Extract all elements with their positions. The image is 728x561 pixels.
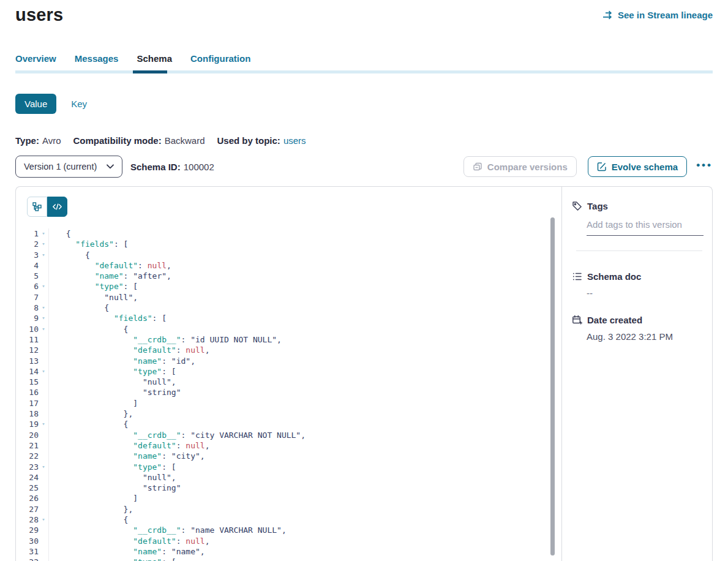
tab-configuration[interactable]: Configuration [190, 53, 250, 64]
line-number: 10 [16, 324, 39, 334]
line-number: 1 [16, 228, 39, 239]
tab-overview[interactable]: Overview [15, 53, 56, 64]
line-number: 7 [16, 292, 39, 303]
line-number: 18 [16, 409, 39, 419]
code-line: 7 "null", [16, 292, 561, 303]
evolve-schema-button[interactable]: Evolve schema [588, 156, 687, 177]
tree-view-icon [32, 201, 42, 212]
code-text: }, [49, 409, 133, 419]
code-line: 27 }, [16, 504, 561, 514]
code-view-icon [52, 201, 62, 212]
code-line: 12 "default": null, [16, 345, 561, 355]
code-text: "type": [ [49, 366, 176, 377]
fold-toggle-icon[interactable]: ▾ [39, 324, 48, 334]
fold-toggle-icon[interactable]: ▾ [39, 313, 48, 323]
line-number: 25 [16, 483, 39, 493]
schema-id: Schema ID: 100002 [130, 162, 214, 172]
stream-lineage-link[interactable]: See in Stream lineage [602, 10, 713, 20]
line-number: 32 [16, 557, 39, 561]
code-line: 18 }, [16, 409, 561, 419]
fold-toggle-icon[interactable]: ▾ [39, 557, 48, 561]
tags-title: Tags [587, 201, 608, 211]
tab-schema[interactable]: Schema [137, 53, 172, 64]
code-line: 31 "name": "name", [16, 546, 561, 557]
code-text: ] [49, 493, 138, 503]
line-number: 9 [16, 313, 39, 323]
code-text: "__crdb__": "id UUID NOT NULL", [49, 334, 282, 345]
code-line: 30 "default": null, [16, 536, 561, 546]
code-line: 15 "null", [16, 377, 561, 387]
calendar-plus-icon [572, 315, 582, 325]
fold-toggle-icon[interactable]: ▾ [39, 303, 48, 313]
more-actions-button[interactable]: ••• [696, 160, 713, 174]
compare-versions-label: Compare versions [487, 162, 568, 172]
schema-panel: 1▾ {2▾ "fields": [3▾ {4 "default": null,… [15, 186, 713, 561]
code-text: "name": "name", [49, 546, 205, 557]
code-text: "name": "city", [49, 451, 205, 461]
code-line: 16 "string" [16, 387, 561, 397]
code-lines[interactable]: 1▾ {2▾ "fields": [3▾ {4 "default": null,… [16, 228, 561, 561]
fold-toggle-icon[interactable]: ▾ [39, 228, 48, 239]
schema-meta-row: Type: Avro Compatibility mode: Backward … [15, 135, 713, 146]
key-toggle-link[interactable]: Key [71, 99, 87, 109]
line-number: 2 [16, 239, 39, 249]
page-title: users [15, 5, 63, 25]
code-text: "null", [49, 292, 138, 303]
schema-id-label: Schema ID: [130, 162, 181, 172]
line-number: 3 [16, 250, 39, 260]
fold-spacer [39, 451, 48, 461]
code-text: "null", [49, 472, 176, 483]
fold-spacer [39, 430, 48, 440]
line-number: 22 [16, 451, 39, 461]
code-line: 3▾ { [16, 250, 561, 260]
schema-sidebar: Tags Schema doc -- [561, 187, 712, 561]
schema-editor: 1▾ {2▾ "fields": [3▾ {4 "default": null,… [16, 187, 561, 561]
line-number: 23 [16, 462, 39, 472]
fold-toggle-icon[interactable]: ▾ [39, 366, 48, 377]
fold-spacer [39, 292, 48, 303]
line-number: 27 [16, 504, 39, 514]
code-text: { [49, 250, 90, 260]
fold-toggle-icon[interactable]: ▾ [39, 250, 48, 260]
code-text: "type": [ [49, 462, 176, 472]
value-toggle-button[interactable]: Value [15, 94, 56, 114]
fold-toggle-icon[interactable]: ▾ [39, 419, 48, 429]
line-number: 16 [16, 387, 39, 397]
code-text: { [49, 303, 109, 313]
code-line: 1▾ { [16, 228, 561, 239]
tags-input[interactable] [587, 219, 704, 236]
version-select[interactable]: Version 1 (current) [15, 156, 122, 178]
code-line: 24 "null", [16, 472, 561, 483]
compare-versions-button[interactable]: Compare versions [463, 156, 577, 177]
code-view-button[interactable] [47, 197, 67, 217]
used-by-topic-link[interactable]: users [283, 135, 306, 146]
fold-spacer [39, 525, 48, 535]
code-text: { [49, 324, 128, 334]
editor-scrollbar[interactable] [550, 217, 555, 555]
fold-toggle-icon[interactable]: ▾ [39, 239, 48, 249]
code-line: 14▾ "type": [ [16, 366, 561, 377]
line-number: 13 [16, 356, 39, 366]
sidebar-divider [576, 250, 702, 251]
type-value: Avro [42, 135, 61, 146]
type-label: Type: [15, 135, 39, 146]
fold-toggle-icon[interactable]: ▾ [39, 281, 48, 292]
code-line: 6▾ "type": [ [16, 281, 561, 292]
fold-spacer [39, 409, 48, 419]
date-created-section-header: Date created [572, 315, 704, 325]
line-number: 31 [16, 546, 39, 557]
code-text: "string" [49, 387, 181, 397]
fold-spacer [39, 334, 48, 345]
code-text: "string" [49, 483, 181, 493]
line-number: 19 [16, 419, 39, 429]
line-number: 20 [16, 430, 39, 440]
fold-toggle-icon[interactable]: ▾ [39, 514, 48, 525]
compatibility-value: Backward [165, 135, 205, 146]
code-line: 4 "default": null, [16, 260, 561, 271]
fold-toggle-icon[interactable]: ▾ [39, 462, 48, 472]
fold-spacer [39, 387, 48, 397]
fold-spacer [39, 345, 48, 355]
tree-view-button[interactable] [27, 197, 47, 217]
tab-messages[interactable]: Messages [75, 53, 119, 64]
code-line: 25 "string" [16, 483, 561, 493]
